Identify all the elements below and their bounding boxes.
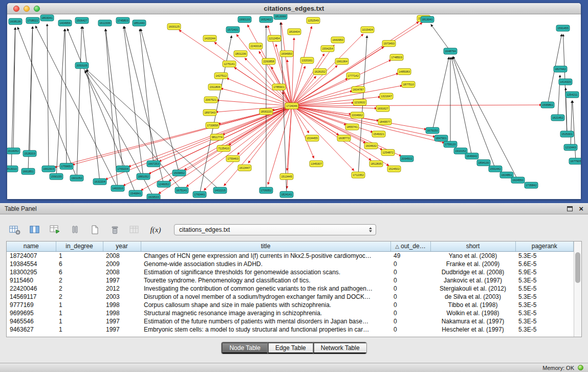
- column-header-in_degree[interactable]: in_degree: [56, 242, 103, 251]
- graph-node[interactable]: 1608773: [337, 135, 351, 141]
- graph-node[interactable]: 1252549: [307, 17, 320, 24]
- graph-node[interactable]: 1608136: [9, 18, 22, 25]
- vertical-scrollbar[interactable]: [574, 242, 581, 337]
- table-row[interactable]: 1938455462009Genome-wide association stu…: [7, 260, 574, 268]
- graph-node[interactable]: 1769204: [116, 166, 129, 172]
- table-cell[interactable]: Tibbo et al. (1998): [430, 301, 515, 309]
- table-cell[interactable]: 5.5E-5: [515, 285, 574, 293]
- graph-node[interactable]: 1420244: [203, 35, 216, 41]
- table-cell[interactable]: Estimation of the future numbers of pati…: [141, 317, 390, 325]
- table-cell[interactable]: 5.3E-5: [515, 293, 574, 301]
- table-row[interactable]: 946554611997Estimation of the future num…: [7, 317, 574, 325]
- graph-node[interactable]: 1506427: [75, 17, 89, 24]
- rows-icon[interactable]: [67, 223, 82, 236]
- function-builder-icon[interactable]: f(x): [147, 223, 164, 236]
- graph-node[interactable]: 1679150: [426, 127, 439, 134]
- trash-icon[interactable]: [107, 223, 122, 236]
- graph-node[interactable]: 1554254: [321, 46, 334, 52]
- table-cell[interactable]: Tourette syndrome. Phenomenology and cla…: [141, 276, 390, 285]
- graph-node[interactable]: 2094502: [400, 156, 413, 162]
- graph-node[interactable]: 1759120: [444, 141, 457, 147]
- graph-node[interactable]: 1648794: [444, 48, 457, 54]
- graph-node[interactable]: 1745803: [116, 17, 129, 24]
- graph-node[interactable]: 9811774: [210, 134, 224, 140]
- tab-network-table[interactable]: Network Table: [313, 342, 366, 354]
- table-cell[interactable]: 2012: [103, 285, 141, 293]
- table-cell[interactable]: Investigating the contribution of common…: [141, 285, 390, 293]
- graph-node[interactable]: 1626152: [313, 69, 326, 75]
- column-header-year[interactable]: year: [103, 242, 141, 251]
- graph-node[interactable]: 7125410: [217, 145, 230, 151]
- graph-node[interactable]: 1855741: [345, 124, 359, 130]
- graph-node[interactable]: 1973493: [382, 40, 396, 47]
- table-cell[interactable]: 9463627: [7, 325, 56, 334]
- table-row[interactable]: 1872400712008Changes of HCN gene express…: [7, 251, 574, 260]
- table-selector-dropdown[interactable]: citations_edges.txt: [174, 224, 376, 235]
- graph-node[interactable]: 1590155: [50, 173, 63, 180]
- table-cell[interactable]: Disruption of a novel member of a sodium…: [141, 293, 390, 301]
- table-cell[interactable]: Structural magnetic resonance image aver…: [141, 309, 390, 317]
- graph-node[interactable]: 1246052: [157, 181, 170, 187]
- table-row[interactable]: 911546021997Tourette syndrome. Phenomeno…: [7, 276, 574, 285]
- graph-node[interactable]: 1646642: [465, 153, 478, 159]
- table-cell[interactable]: 0: [390, 293, 430, 301]
- graph-node[interactable]: 1691627: [376, 105, 389, 112]
- graph-node[interactable]: 1525301: [560, 131, 574, 137]
- graph-node[interactable]: 1849577: [378, 119, 391, 125]
- table-cell[interactable]: 0: [390, 317, 430, 325]
- graph-node[interactable]: 1660950: [331, 37, 344, 43]
- table-cell[interactable]: 0: [390, 309, 430, 317]
- table-cell[interactable]: Yano et al. (2008): [430, 251, 515, 260]
- table-cell[interactable]: 18300295: [7, 268, 56, 276]
- graph-node[interactable]: 1894130: [477, 160, 490, 166]
- graph-node[interactable]: 1613447: [238, 165, 251, 171]
- graph-node[interactable]: 1827442: [554, 66, 567, 72]
- table-cell[interactable]: 0: [390, 268, 430, 276]
- graph-node[interactable]: 1759651: [60, 163, 73, 169]
- graph-node[interactable]: 1847901: [434, 135, 448, 141]
- graph-node[interactable]: 1549321: [372, 131, 385, 137]
- table-cell[interactable]: 1: [56, 325, 103, 334]
- table-cell[interactable]: 49: [390, 251, 430, 260]
- column-header-title[interactable]: title: [141, 242, 390, 251]
- table-cell[interactable]: Changes of HCN gene expression and I(f) …: [141, 251, 390, 260]
- table-cell[interactable]: de Silva et al. (2003): [430, 293, 515, 301]
- table-cell[interactable]: 1: [56, 309, 103, 317]
- graph-node[interactable]: 1712352: [352, 172, 365, 178]
- graph-node[interactable]: 1708022: [26, 17, 39, 24]
- graph-node[interactable]: 1813010: [7, 166, 18, 172]
- graph-node[interactable]: 1591442: [489, 166, 502, 172]
- table-cell[interactable]: 6: [56, 268, 103, 276]
- table-cell[interactable]: Franke et al. (2009): [430, 260, 515, 268]
- close-panel-icon[interactable]: ×: [579, 206, 583, 212]
- graph-node[interactable]: 1604861: [500, 172, 513, 178]
- table-cell[interactable]: 0: [390, 301, 430, 309]
- graph-node[interactable]: 1694950: [280, 51, 293, 57]
- table-cell[interactable]: 6: [56, 260, 103, 268]
- table-cell[interactable]: Wolkin et al. (1998): [430, 309, 515, 317]
- graph-node[interactable]: 2016052: [7, 148, 20, 154]
- graph-node[interactable]: 1402215: [213, 187, 227, 193]
- graph-node[interactable]: 1830220: [259, 108, 273, 115]
- new-file-icon[interactable]: [87, 223, 102, 236]
- table-cell[interactable]: 5.3E-5: [515, 251, 574, 260]
- graph-node[interactable]: 1345307: [310, 161, 323, 167]
- table-cell[interactable]: 5.3E-5: [515, 325, 574, 334]
- graph-node[interactable]: 1463310: [111, 185, 124, 191]
- table-cell[interactable]: 2003: [103, 293, 141, 301]
- table-cell[interactable]: 2008: [103, 251, 141, 260]
- graph-node[interactable]: 1881052: [137, 173, 150, 180]
- graph-node[interactable]: 1427512: [214, 73, 228, 79]
- graph-node[interactable]: 1595861: [541, 102, 554, 108]
- new-column-icon[interactable]: [47, 223, 62, 236]
- table-cell[interactable]: 1997: [103, 325, 141, 334]
- graph-node[interactable]: 1760441: [193, 191, 206, 198]
- table-cell[interactable]: 2: [56, 293, 103, 301]
- column-header-pagerank[interactable]: pagerank: [515, 242, 574, 251]
- table-cell[interactable]: 14569117: [7, 293, 56, 301]
- graph-node[interactable]: 1210443: [564, 144, 577, 150]
- table-cell[interactable]: 0: [390, 276, 430, 285]
- graph-node[interactable]: 1733658: [206, 122, 219, 128]
- graph-node[interactable]: 1275141: [223, 61, 236, 67]
- graph-node[interactable]: 1667253: [147, 161, 160, 167]
